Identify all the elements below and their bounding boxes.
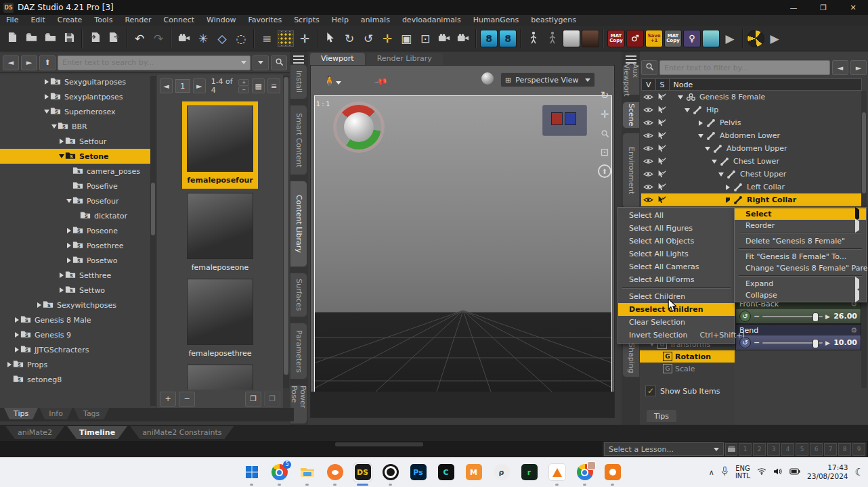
camera-add-icon[interactable]	[454, 28, 472, 49]
node-arrow-collapsed-icon[interactable]	[724, 198, 731, 203]
lesson-step-3[interactable]: 3	[767, 443, 780, 456]
taskbar-app-mail[interactable]: M	[464, 463, 483, 482]
node-arrow-expanded-icon[interactable]	[710, 160, 718, 164]
tree-arrow-expanded-icon[interactable]	[65, 199, 72, 203]
menu-item-select-all-lights[interactable]: Select All Lights	[618, 248, 735, 260]
tab-smart-content[interactable]: Smart Content	[290, 105, 307, 175]
slider-track[interactable]	[762, 342, 823, 344]
aim-icon[interactable]: ⬆	[598, 164, 611, 178]
pin-icon[interactable]: 📌	[374, 74, 389, 89]
menu-devloadanimals[interactable]: devloadanimals	[396, 15, 467, 26]
selectable-cursor-icon[interactable]	[655, 93, 668, 101]
taskbar-app-screenshot-tool[interactable]	[603, 463, 622, 482]
scene-node-abdomen-lower[interactable]: Abdomen Lower	[641, 129, 862, 142]
list-view-button[interactable]: ≡	[267, 78, 280, 93]
tab-environment[interactable]: Environment	[622, 133, 640, 208]
search-options-button[interactable]	[253, 55, 269, 70]
menu-item-select-all-objects[interactable]: Select All Objects	[618, 235, 735, 248]
save-icon[interactable]	[60, 28, 78, 49]
tree-arrow-collapsed-icon[interactable]	[58, 273, 65, 278]
lesson-step-6[interactable]: 6	[810, 443, 823, 456]
taskbar-app-capcut[interactable]: C	[437, 463, 455, 482]
tab-install[interactable]: Install	[290, 64, 307, 99]
thumbnail-scrollbar-thumb[interactable]	[284, 77, 288, 375]
search-field[interactable]	[58, 55, 251, 70]
show-sub-items-checkbox[interactable]: ✓Show Sub Items	[645, 386, 735, 396]
mat-copy-red-icon[interactable]: MATCopy	[607, 28, 625, 49]
open-folder-icon[interactable]	[22, 28, 40, 49]
scene-scrollbar-thumb[interactable]	[862, 112, 866, 193]
scene-forward-button[interactable]: ►	[850, 60, 867, 75]
maximize-button[interactable]: ❐	[808, 0, 838, 15]
grid-view-button[interactable]: ▦	[252, 78, 265, 93]
wifi-icon[interactable]	[757, 467, 766, 477]
language-indicator[interactable]: ENG INTL	[735, 465, 750, 480]
page-prev-button[interactable]: ◄	[160, 78, 173, 93]
tree-item-genesis-9[interactable]: sGenesis 9	[0, 327, 156, 342]
save-plus-one-icon[interactable]: Save+1	[645, 28, 663, 49]
node-tool-icon[interactable]: ⊡	[416, 28, 434, 49]
tree-item-setthree[interactable]: sSetthree	[0, 268, 156, 283]
node-arrow-expanded-icon[interactable]	[717, 172, 724, 177]
scene-node-abdomen-upper[interactable]: Abdomen Upper	[641, 142, 862, 155]
tree-item-poseone[interactable]: sPoseone	[0, 223, 156, 238]
scene-node-right-collar[interactable]: Right Collar	[641, 193, 862, 206]
slider-decrease[interactable]: −	[754, 312, 760, 321]
menu-item-select-all[interactable]: Select All	[618, 209, 735, 222]
tree-item-genesis-8-male[interactable]: sGenesis 8 Male	[0, 312, 156, 327]
universal-tool-icon[interactable]: ✛	[378, 28, 396, 49]
tree-item-superherosex[interactable]: sSuperherosex	[0, 104, 156, 119]
menu-edit[interactable]: Edit	[24, 15, 51, 26]
submenu-item-select[interactable]: Select	[735, 208, 866, 220]
lesson-step-7[interactable]: 7	[824, 443, 837, 456]
scene-node-left-collar[interactable]: Left Collar	[641, 181, 862, 193]
menu-humangens[interactable]: HumanGens	[467, 15, 525, 26]
tab-surfaces[interactable]: Surfaces	[290, 273, 307, 317]
visibility-eye-icon[interactable]	[641, 170, 655, 178]
menu-item-clear-selection[interactable]: Clear Selection	[618, 316, 735, 329]
slider-decrease[interactable]: −	[754, 338, 760, 347]
menu-tools[interactable]: Tools	[88, 15, 118, 26]
node-arrow-collapsed-icon[interactable]	[724, 185, 731, 190]
taskbar-app-blender[interactable]	[326, 463, 344, 482]
minimize-button[interactable]: —	[779, 0, 808, 15]
selectable-cursor-icon[interactable]	[655, 118, 668, 127]
tree-arrow-collapsed-icon[interactable]	[65, 258, 72, 263]
figure-icon-2-icon[interactable]	[544, 28, 561, 49]
create-camera-icon[interactable]	[175, 28, 193, 49]
tree-item-sexyguitarposes[interactable]: sSexyguitarposes	[0, 74, 156, 89]
genesis8-male-icon-icon[interactable]: 8	[499, 28, 517, 49]
menu-item-invert-selection[interactable]: Invert SelectionCtrl+Shift+I	[618, 329, 735, 342]
blue-swatch[interactable]	[565, 112, 576, 125]
twist-tool-icon[interactable]: ↺	[360, 28, 377, 49]
tab-animate2-constraints[interactable]: aniMate2 Constraints	[130, 426, 234, 439]
rotation-trackball-widget[interactable]	[337, 105, 381, 149]
genesis8-female-icon-icon[interactable]: 8	[480, 28, 498, 49]
tab-render-library[interactable]: Render Library	[366, 53, 443, 65]
submenu-item-delete-genesis-8-female[interactable]: Delete "Genesis 8 Female"	[735, 235, 866, 247]
tab-parameters[interactable]: Parameters	[290, 323, 307, 379]
scene-node-chest-upper[interactable]: Chest Upper	[641, 168, 862, 181]
col-node[interactable]: Node	[670, 79, 697, 90]
tab-shaping[interactable]: Shaping	[622, 338, 640, 377]
tab-aux-viewport[interactable]: Aux Viewport	[622, 64, 640, 95]
scene-list-icon[interactable]: ≡	[258, 28, 276, 49]
selectable-cursor-icon[interactable]	[655, 157, 668, 166]
slider-handle[interactable]	[812, 339, 819, 348]
tree-item-sexywitchposes[interactable]: sSexywitchposes	[0, 298, 156, 312]
clock[interactable]: 17:43 23/08/2024	[807, 463, 848, 481]
submenu-item-collapse[interactable]: Collapse	[735, 289, 866, 301]
pan-icon[interactable]: ✛	[598, 108, 611, 121]
lesson-step-5[interactable]: 5	[796, 443, 808, 456]
more-arrow-icon[interactable]: ▶	[766, 28, 783, 49]
shaded-sphere-icon[interactable]	[481, 72, 494, 85]
node-arrow-expanded-icon[interactable]	[676, 95, 684, 99]
menu-help[interactable]: Help	[326, 15, 355, 26]
create-primitive-icon[interactable]: ◇	[213, 28, 231, 49]
clapperboard-icon[interactable]	[725, 443, 737, 456]
portrait-thumb-icon[interactable]	[582, 28, 599, 49]
tab-tips[interactable]: Tips	[4, 408, 38, 419]
menu-item-select-all-cameras[interactable]: Select All Cameras	[618, 260, 735, 273]
menu-connect[interactable]: Connect	[158, 15, 200, 26]
selectable-cursor-icon[interactable]	[655, 183, 668, 191]
